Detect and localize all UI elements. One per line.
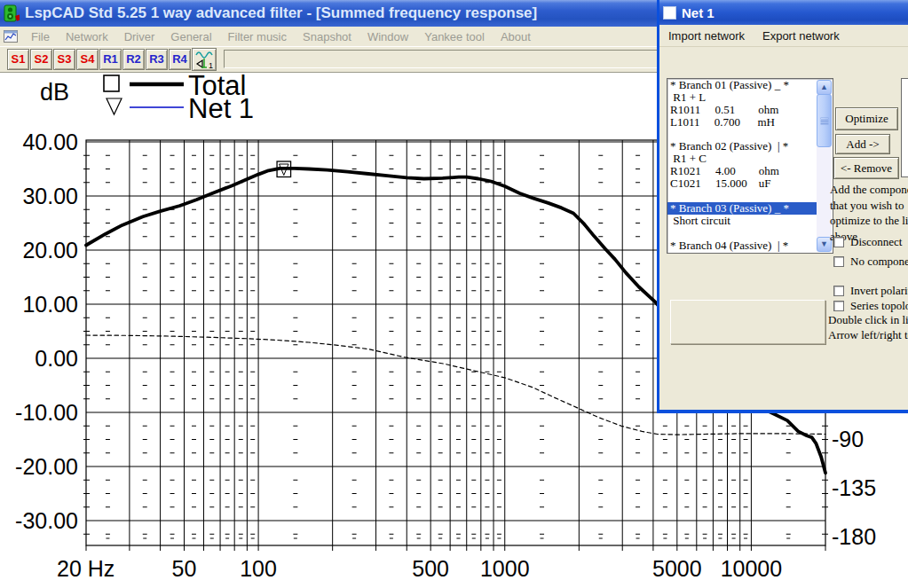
svg-text:40.00: 40.00 — [22, 129, 78, 154]
svg-text:Net 1: Net 1 — [188, 93, 254, 124]
branch-list-item[interactable]: * Branch 04 (Passive) | * — [667, 239, 833, 252]
checkbox-label: Disconnect — [850, 235, 902, 249]
branch-list-item[interactable]: L1011 0.700 mH — [667, 116, 833, 129]
menu-export-network[interactable]: Export network — [754, 29, 849, 43]
checkbox-label: No component — [850, 255, 908, 269]
svg-text:30.00: 30.00 — [22, 184, 78, 208]
svg-text:dB: dB — [40, 79, 69, 106]
svg-text:-20.00: -20.00 — [15, 454, 78, 479]
svg-text:0.00: 0.00 — [35, 346, 78, 371]
svg-text:-30.00: -30.00 — [15, 508, 78, 533]
branch-list-item[interactable]: R1011 0.51 ohm — [667, 104, 833, 116]
checkbox-invert-polarity[interactable]: Invert polarity — [833, 284, 908, 298]
hint-double-click: Double click in lists — [828, 312, 908, 328]
branch-listbox[interactable]: * Branch 01 (Passive) _ * R1 + LR1011 0.… — [667, 78, 833, 254]
branch-list-item[interactable]: Short circuit — [667, 215, 833, 227]
branch-list-lines: * Branch 01 (Passive) _ * R1 + LR1011 0.… — [667, 79, 833, 251]
hint-arrow-keys: Arrow left/right to c — [828, 327, 908, 343]
branch-list-item-selected[interactable]: * Branch 03 (Passive) _ * — [667, 202, 817, 215]
checkbox-box[interactable] — [833, 256, 844, 267]
svg-text:10.00: 10.00 — [22, 292, 78, 317]
svg-text:-180: -180 — [832, 524, 876, 549]
net1-window-icon — [663, 6, 676, 20]
net1-titlebar[interactable]: Net 1 — [659, 0, 908, 25]
svg-text:50: 50 — [172, 556, 197, 581]
optimize-button[interactable]: Optimize — [835, 107, 898, 130]
add-button[interactable]: Add -> — [835, 134, 890, 154]
branch-list-item[interactable]: * Branch 01 (Passive) _ * — [667, 79, 833, 91]
remove-button[interactable]: <- Remove — [833, 157, 899, 179]
branch-list-item[interactable]: C1021 15.000 uF — [667, 177, 833, 190]
checkbox-box[interactable] — [833, 237, 844, 247]
menu-import-network[interactable]: Import network — [659, 29, 754, 43]
legend-square-marker — [104, 75, 119, 91]
svg-text:20.00: 20.00 — [22, 238, 78, 263]
svg-text:500: 500 — [412, 556, 449, 581]
checkbox-series-topology[interactable]: Series topology — [833, 299, 908, 313]
svg-text:100: 100 — [240, 556, 277, 581]
checkbox-label: Series topology — [850, 299, 908, 313]
svg-text:-10.00: -10.00 — [15, 400, 78, 425]
net1-title: Net 1 — [682, 5, 715, 20]
branch-list-item[interactable] — [667, 190, 833, 202]
checkbox-box[interactable] — [833, 301, 844, 311]
branch-list-item[interactable]: R1 + L — [667, 91, 833, 104]
empty-panel — [670, 300, 825, 344]
svg-text:-90: -90 — [832, 427, 864, 451]
legend-triangle-marker — [107, 98, 122, 114]
svg-text:5000: 5000 — [652, 556, 702, 581]
branch-list-item[interactable] — [667, 129, 833, 141]
net1-dialog[interactable]: Net 1 Import network Export network * Br… — [657, 0, 908, 413]
scrollbar-thumb[interactable] — [817, 94, 832, 147]
checkbox-box[interactable] — [833, 286, 844, 296]
lspcad-main-window: LspCAD Std 5.25 1 way advanced filter - … — [0, 0, 908, 588]
net1-menubar: Import network Export network — [659, 25, 908, 47]
checkbox-no-component[interactable]: No component — [833, 255, 908, 269]
branch-list-item[interactable] — [667, 227, 833, 239]
branch-list-item[interactable]: R1021 4.00 ohm — [667, 165, 833, 177]
svg-text:1000: 1000 — [480, 556, 530, 581]
optimize-listbox[interactable] — [901, 78, 908, 177]
svg-text:20 Hz: 20 Hz — [57, 556, 114, 581]
branch-list-item[interactable]: * Branch 02 (Passive) | * — [667, 140, 833, 153]
checkbox-label: Invert polarity — [850, 284, 908, 298]
branch-list-item[interactable]: R1 + C — [667, 153, 833, 165]
checkbox-disconnect[interactable]: Disconnect — [833, 235, 902, 249]
svg-text:10000: 10000 — [721, 556, 783, 581]
scroll-up-button[interactable]: ▲ — [817, 80, 832, 95]
svg-text:-135: -135 — [832, 475, 876, 500]
